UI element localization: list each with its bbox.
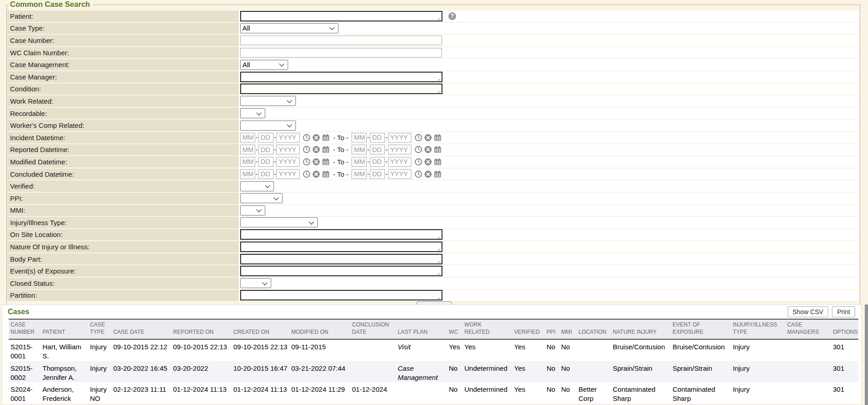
calendar-icon[interactable]: [322, 134, 330, 142]
concluded-datetime-from-yyyy-input[interactable]: [276, 169, 300, 179]
case-type-select[interactable]: All: [240, 23, 338, 33]
case-manager-input[interactable]: [240, 72, 442, 82]
incident-datetime-from-dd-input[interactable]: [258, 133, 274, 142]
reported-datetime-from-yyyy-input[interactable]: [276, 145, 300, 154]
incident-datetime-from-yyyy-input[interactable]: [276, 133, 300, 142]
cell-created_on: 10-20-2015 16:47: [231, 361, 289, 383]
calendar-icon[interactable]: [434, 146, 442, 153]
cell-case_date: 03-20-2022 16:45: [111, 361, 171, 383]
reported-datetime-to-mm-input[interactable]: [352, 145, 367, 154]
reported-datetime-from-dd-input[interactable]: [258, 145, 274, 154]
injury-illness-type-select[interactable]: [240, 217, 318, 227]
form-row-reported-datetime: Reported Datetime:--- To ---: [7, 144, 859, 156]
clock-icon[interactable]: [303, 158, 310, 166]
patient-input[interactable]: [240, 11, 442, 21]
modified-datetime-to-mm-input[interactable]: [352, 157, 367, 167]
incident-datetime-to-dd-input[interactable]: [370, 133, 385, 142]
clear-icon[interactable]: [312, 158, 320, 166]
cell-injury_illness_type: Injury: [731, 361, 785, 383]
modified-datetime-from-yyyy-input[interactable]: [276, 157, 300, 167]
col-header-case_number: CASE NUMBER: [9, 319, 41, 339]
form-row-recordable: Recordable:: [7, 108, 859, 119]
form-row-event-s-of-exposure: Event(s) of Exposure:: [7, 265, 859, 277]
clock-icon[interactable]: [303, 134, 310, 142]
concluded-datetime-to-dd-input[interactable]: [370, 169, 385, 179]
mmi-select[interactable]: [240, 205, 265, 216]
clear-icon[interactable]: [424, 158, 432, 166]
page: Common Case Search Patient:?Case Type:Al…: [0, 0, 868, 405]
concluded-datetime-from-mm-input[interactable]: [240, 169, 255, 179]
clear-icon[interactable]: [312, 134, 320, 142]
on-site-location-input[interactable]: [240, 229, 442, 240]
reported-datetime-from-mm-input[interactable]: [240, 145, 255, 154]
incident-datetime-to-mm-input[interactable]: [352, 133, 367, 142]
clear-icon[interactable]: [312, 170, 320, 178]
work-related-select[interactable]: [240, 96, 296, 106]
vertical-scrollbar[interactable]: [865, 305, 868, 405]
clock-icon[interactable]: [303, 170, 310, 178]
concluded-datetime-to-yyyy-input[interactable]: [388, 169, 411, 179]
recordable-select[interactable]: [240, 108, 265, 118]
reported-datetime-to-dd-input[interactable]: [370, 145, 385, 154]
calendar-icon[interactable]: [434, 158, 442, 166]
worker-s-comp-related-select[interactable]: [240, 121, 296, 131]
incident-datetime-from-mm-input[interactable]: [240, 133, 255, 142]
modified-datetime-to-yyyy-input[interactable]: [388, 157, 411, 167]
ppi-select[interactable]: [240, 193, 283, 203]
col-header-reported_on: REPORTED ON: [171, 319, 231, 339]
clock-icon[interactable]: [415, 158, 422, 166]
concluded-datetime-from-dd-input[interactable]: [258, 169, 274, 179]
clock-icon[interactable]: [303, 146, 310, 153]
cell-reported_on: 01-12-2024 11:13: [171, 382, 231, 404]
modified-datetime-from-mm-input[interactable]: [240, 157, 255, 167]
body-part-input[interactable]: [240, 254, 442, 264]
cell-event_of_exposure: Sprain/Strain: [671, 361, 731, 383]
condition-input[interactable]: [240, 84, 442, 94]
cell-location: [577, 339, 611, 361]
cell-ppi: No: [545, 361, 559, 383]
clear-icon[interactable]: [424, 170, 432, 178]
cell-case_type: Injury: [88, 361, 111, 383]
help-icon[interactable]: ?: [448, 12, 456, 20]
cell-mmi: No: [559, 382, 577, 404]
partition-input[interactable]: [240, 290, 442, 300]
clear-icon[interactable]: [424, 146, 432, 153]
print-button[interactable]: Print: [832, 306, 855, 317]
calendar-icon[interactable]: [434, 134, 442, 142]
chevron-down-icon: [274, 195, 279, 200]
cell-verified: Yes: [512, 339, 545, 361]
concluded-datetime-label: Concluded Datetime:: [7, 168, 239, 180]
reported-datetime-to-yyyy-input[interactable]: [388, 145, 411, 154]
to-separator: - To -: [333, 134, 348, 142]
modified-datetime-from-dd-input[interactable]: [258, 157, 274, 167]
modified-datetime-to-dd-input[interactable]: [370, 157, 385, 167]
verified-select[interactable]: [240, 181, 274, 191]
col-header-ppi: PPI: [545, 319, 559, 339]
clock-icon[interactable]: [415, 170, 422, 178]
cell-nature_injury: Bruise/Contusion: [611, 339, 671, 361]
case-management-select[interactable]: All: [240, 60, 288, 70]
calendar-icon[interactable]: [322, 158, 330, 166]
cell-work_related: Yes: [463, 339, 512, 361]
clear-icon[interactable]: [312, 146, 320, 153]
clock-icon[interactable]: [415, 146, 422, 153]
event-s-of-exposure-input[interactable]: [240, 266, 442, 276]
condition-label: Condition:: [7, 84, 239, 95]
clear-icon[interactable]: [424, 134, 432, 142]
calendar-icon[interactable]: [322, 170, 330, 178]
cell-work_related: Undetermined: [463, 361, 512, 383]
patient-value-cell: ?: [239, 11, 859, 22]
case-number-input[interactable]: [240, 36, 442, 45]
clock-icon[interactable]: [415, 134, 422, 142]
nature-of-injury-or-illness-input[interactable]: [240, 242, 442, 252]
calendar-icon[interactable]: [434, 170, 442, 178]
wc-claim-number-input[interactable]: [240, 48, 442, 58]
cell-conclusion_date: 01-12-2024: [350, 382, 396, 404]
concluded-datetime-to-mm-input[interactable]: [352, 169, 367, 179]
reported-datetime-to-group: --: [352, 145, 441, 154]
show-csv-button[interactable]: Show CSV: [788, 306, 829, 317]
closed-status-select[interactable]: [240, 278, 271, 288]
incident-datetime-to-yyyy-input[interactable]: [388, 133, 411, 142]
cell-created_on: 01-12-2024 11:13: [231, 382, 289, 404]
calendar-icon[interactable]: [322, 146, 330, 153]
